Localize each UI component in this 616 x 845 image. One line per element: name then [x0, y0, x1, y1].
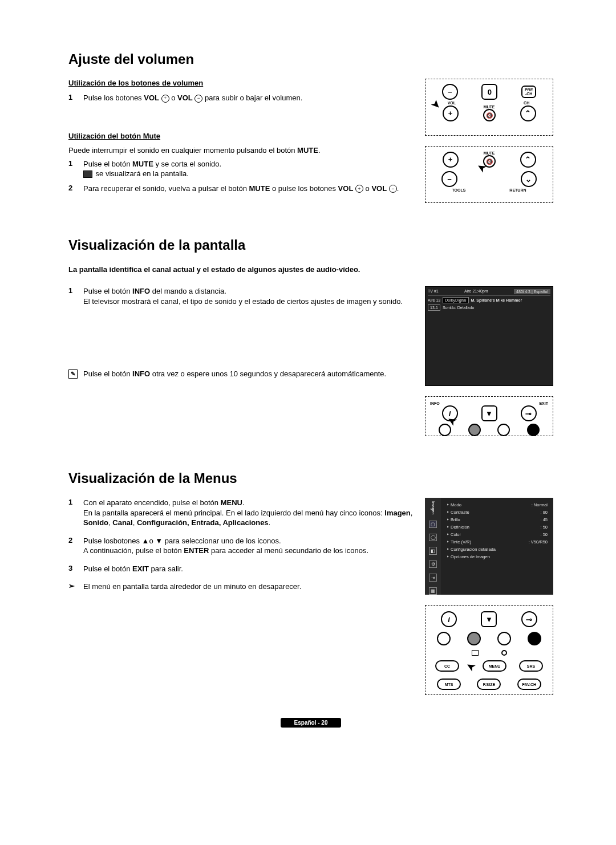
- menu-item[interactable]: Modo: Normal: [447, 501, 548, 509]
- tv-source: TV #1: [428, 289, 439, 294]
- section3-title: Visualización de la Menus: [68, 470, 553, 486]
- tools-label: TOOLS: [452, 188, 465, 192]
- exit-button[interactable]: ⊸: [521, 405, 537, 421]
- minus-icon: −: [194, 95, 202, 103]
- tv-air-label: Aire 13: [428, 298, 440, 302]
- page-number: Español - 20: [281, 718, 342, 728]
- exit-label: EXIT: [539, 401, 548, 405]
- menu-item[interactable]: Contraste: 80: [447, 509, 548, 516]
- step-body: Pulse el botón INFO otra vez o espere un…: [83, 369, 414, 379]
- vol-up-button[interactable]: +: [443, 105, 459, 121]
- menu-side-label: Imagen: [431, 501, 435, 514]
- step-num: 3: [68, 564, 76, 574]
- color-button-red[interactable]: [439, 424, 451, 436]
- color-button-blue[interactable]: [527, 424, 540, 436]
- tv-status: 480i 4:3 | Español: [514, 289, 550, 294]
- step-num: 1: [68, 93, 76, 103]
- color-button-yellow[interactable]: [497, 632, 511, 645]
- misc-icon: [472, 650, 479, 656]
- color-button-blue[interactable]: [528, 632, 541, 645]
- step-body: El menú en pantalla tarda alrededor de u…: [83, 582, 414, 592]
- ch-down-button[interactable]: ⌄: [521, 171, 537, 187]
- minus-icon: −: [389, 185, 397, 193]
- menu-item[interactable]: Brillo: 45: [447, 516, 548, 523]
- remote-mute-snippet: + MUTE 🔇 ⌃ ➤ − ⌄ TOOLS RETURN: [425, 146, 553, 203]
- menu-icon-input: ⇥: [429, 574, 437, 581]
- color-button-green[interactable]: [468, 424, 481, 436]
- tv-channel-num: 13-1: [428, 304, 440, 311]
- vol-down-button[interactable]: −: [442, 84, 458, 100]
- arrow-indicator-icon: ➤: [463, 659, 479, 676]
- step-body: Pulse el botón INFO del mando a distanci…: [83, 286, 414, 306]
- rec-icon: [501, 650, 507, 656]
- remote-menu-snippet: i ▼ ⊸ CC ➤ MENU SRS MTS P.: [425, 605, 553, 695]
- menu-icon-setup: ⚙: [429, 560, 437, 568]
- step-body: Pulse el botón MUTE y se corta el sonido…: [83, 159, 414, 179]
- plus-icon: +: [355, 185, 363, 193]
- pre-ch-button[interactable]: PRE -CH: [521, 86, 536, 98]
- vol-down-button[interactable]: −: [441, 171, 457, 187]
- nav-down-button[interactable]: ▼: [481, 405, 497, 421]
- mts-button[interactable]: MTS: [437, 679, 461, 690]
- tv-info-screen: TV #1 Aire 21:40pm 480i 4:3 | Español Ai…: [425, 286, 553, 386]
- ch-up-button[interactable]: ⌃: [520, 105, 536, 121]
- section2-lead: La pantalla identifica el canal actual y…: [68, 265, 553, 275]
- step-num: 1: [68, 159, 76, 179]
- step-body: Pulse el botón EXIT para salir.: [83, 564, 414, 574]
- menu-item[interactable]: Definición: 50: [447, 523, 548, 531]
- psize-button[interactable]: P.SIZE: [477, 679, 501, 690]
- menu-item[interactable]: Opciones de imagen: [447, 553, 548, 560]
- num-0-button[interactable]: 0: [481, 84, 497, 100]
- menu-item[interactable]: Tinte (V/R): V50/R50: [447, 538, 548, 546]
- tv-dolby: DolbyDigital: [443, 297, 468, 303]
- note-icon: ✎: [68, 369, 76, 379]
- step-num: 2: [68, 184, 76, 194]
- sub-vol-buttons: Utilización de los botones de volumen: [68, 79, 414, 87]
- info-label: INFO: [430, 401, 440, 405]
- page-footer: Español - 20: [68, 718, 553, 728]
- sub-mute: Utilización del botón Mute: [68, 132, 414, 140]
- tv-sound-mode: Sonido: Detallado: [443, 306, 474, 310]
- menu-item[interactable]: Configuración detallada: [447, 546, 548, 553]
- vol-label: VOL: [437, 101, 466, 105]
- mute-intro: Puede interrumpir el sonido en cualquier…: [68, 146, 414, 155]
- color-button-red[interactable]: [437, 632, 451, 645]
- step-body: Pulse losbotones ▲o ▼ para seleccionar u…: [83, 536, 414, 556]
- step-num: 1: [68, 498, 76, 528]
- remote-info-snippet: INFO EXIT ➤ i ▼ ⊸: [425, 396, 553, 436]
- srs-button[interactable]: SRS: [519, 660, 543, 672]
- menu-button[interactable]: MENU: [483, 660, 506, 672]
- color-button-yellow[interactable]: [497, 424, 510, 436]
- step-num: 1: [68, 286, 76, 306]
- menu-item[interactable]: Color: 50: [447, 531, 548, 538]
- remote-vol-snippet: ➤ − 0 PRE -CH VOL CH + MUTE 🔇 ⌃: [425, 79, 553, 136]
- exit-button[interactable]: ⊸: [521, 611, 537, 627]
- mute-osd-icon: [83, 170, 92, 178]
- step-num: 2: [68, 536, 76, 556]
- menu-screen: Imagen ▢ ◯ ◧ ⚙ ⇥ ▦ Modo: NormalContraste…: [425, 498, 553, 595]
- menu-icon-sound: ◯: [429, 534, 437, 541]
- mute-label: MUTE: [484, 105, 495, 109]
- step-body: Para recuperar el sonido, vuelva a pulsa…: [83, 184, 414, 194]
- menu-icon-channel: ◧: [429, 547, 437, 554]
- step-body: Con el aparato encendido, pulse el botón…: [83, 498, 414, 528]
- menu-icon-picture: ▢: [429, 521, 437, 528]
- plus-icon: +: [161, 95, 169, 103]
- bullet-arrow-icon: ➢: [68, 582, 76, 592]
- step-body: Pulse los botones VOL + o VOL − para sub…: [83, 93, 414, 103]
- section1-title: Ajuste del volumen: [68, 51, 553, 67]
- menu-icon-apps: ▦: [429, 587, 437, 595]
- mute-button[interactable]: 🔇: [483, 109, 496, 121]
- cc-button[interactable]: CC: [435, 660, 459, 672]
- tv-time: Aire 21:40pm: [464, 289, 488, 294]
- ch-up-button[interactable]: ⌃: [520, 152, 536, 168]
- return-label: RETURN: [509, 188, 526, 192]
- ch-label: CH: [512, 101, 541, 105]
- info-button[interactable]: i: [441, 611, 457, 627]
- mute-label: MUTE: [484, 151, 495, 155]
- vol-up-button[interactable]: +: [443, 152, 459, 168]
- nav-down-button[interactable]: ▼: [481, 611, 497, 627]
- section2-title: Visualización de la pantalla: [68, 237, 553, 253]
- favch-button[interactable]: FAV.CH: [517, 679, 541, 690]
- color-button-green[interactable]: [467, 632, 481, 645]
